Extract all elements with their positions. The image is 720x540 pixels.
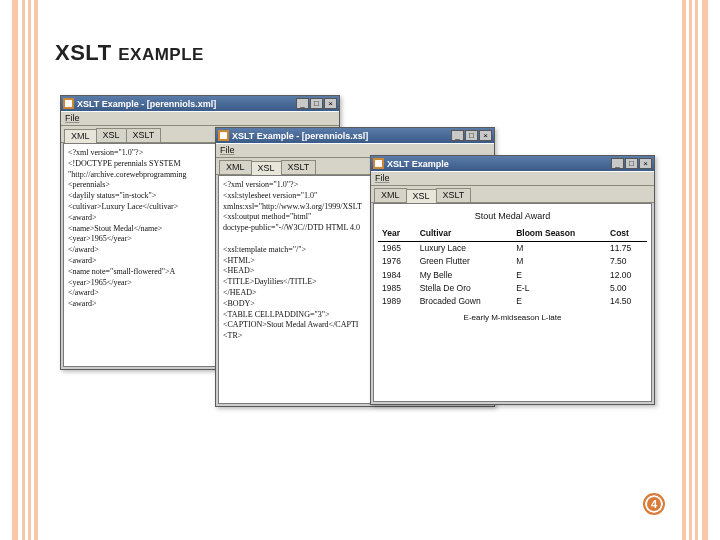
minimize-button[interactable]: _ xyxy=(611,158,624,169)
menu-file[interactable]: File xyxy=(220,145,235,155)
svg-rect-5 xyxy=(375,160,382,167)
maximize-button[interactable]: □ xyxy=(625,158,638,169)
tab-xsl[interactable]: XSL xyxy=(406,189,437,203)
tab-xml[interactable]: XML xyxy=(64,129,97,143)
cell: E xyxy=(512,269,606,282)
svg-rect-1 xyxy=(65,100,72,107)
cell: 7.50 xyxy=(606,255,647,268)
decor-stripe xyxy=(702,0,708,540)
close-button[interactable]: × xyxy=(639,158,652,169)
app-icon xyxy=(373,158,384,169)
titlebar[interactable]: XSLT Example - [perenniols.xsl] _ □ × xyxy=(216,128,494,143)
tab-xml[interactable]: XML xyxy=(374,188,407,202)
window-title: XSLT Example - [perenniols.xml] xyxy=(77,99,296,109)
output-panel: Stout Medal Award YearCultivarBloom Seas… xyxy=(373,203,652,402)
cell: My Belle xyxy=(416,269,513,282)
window-title: XSLT Example - [perenniols.xsl] xyxy=(232,131,451,141)
maximize-button[interactable]: □ xyxy=(310,98,323,109)
tab-xml[interactable]: XML xyxy=(219,160,252,174)
cell: 14.50 xyxy=(606,295,647,308)
decor-stripe xyxy=(689,0,692,540)
stage: XSLT Example - [perenniols.xml] _ □ × Fi… xyxy=(60,95,660,480)
title-main: XSLT xyxy=(55,40,112,65)
decor-stripe xyxy=(682,0,686,540)
tab-xslt[interactable]: XSLT xyxy=(281,160,317,174)
cell: Luxury Lace xyxy=(416,241,513,255)
menu-file[interactable]: File xyxy=(375,173,390,183)
table-header-row: YearCultivarBloom SeasonCost xyxy=(378,227,647,241)
title-sub: EXAMPLE xyxy=(118,45,204,64)
minimize-button[interactable]: _ xyxy=(296,98,309,109)
col-bloom-season: Bloom Season xyxy=(512,227,606,241)
table-row: 1976Green FlutterM7.50 xyxy=(378,255,647,268)
svg-rect-3 xyxy=(220,132,227,139)
window-controls: _ □ × xyxy=(611,158,652,169)
cell: Brocaded Gown xyxy=(416,295,513,308)
close-button[interactable]: × xyxy=(324,98,337,109)
table-row: 1989Brocaded GownE14.50 xyxy=(378,295,647,308)
maximize-button[interactable]: □ xyxy=(465,130,478,141)
decor-stripe xyxy=(28,0,31,540)
cell: 1965 xyxy=(378,241,416,255)
titlebar[interactable]: XSLT Example - [perenniols.xml] _ □ × xyxy=(61,96,339,111)
col-cost: Cost xyxy=(606,227,647,241)
cell: 11.75 xyxy=(606,241,647,255)
decor-stripe xyxy=(34,0,38,540)
cell: 12.00 xyxy=(606,269,647,282)
window-controls: _ □ × xyxy=(296,98,337,109)
window-title: XSLT Example xyxy=(387,159,611,169)
decor-stripe xyxy=(22,0,25,540)
table-row: 1965Luxury LaceM11.75 xyxy=(378,241,647,255)
tab-xslt[interactable]: XSLT xyxy=(126,128,162,142)
cell: 1976 xyxy=(378,255,416,268)
table-caption: Stout Medal Award xyxy=(378,208,647,224)
titlebar[interactable]: XSLT Example _ □ × xyxy=(371,156,654,171)
tabstrip: XMLXSLXSLT xyxy=(371,186,654,203)
slide-number: 4 xyxy=(643,493,665,515)
slide-title: XSLT EXAMPLE xyxy=(55,40,204,66)
menu-file[interactable]: File xyxy=(65,113,80,123)
cell: Green Flutter xyxy=(416,255,513,268)
cell: E-L xyxy=(512,282,606,295)
col-cultivar: Cultivar xyxy=(416,227,513,241)
window-controls: _ □ × xyxy=(451,130,492,141)
close-button[interactable]: × xyxy=(479,130,492,141)
tab-xsl[interactable]: XSL xyxy=(96,128,127,142)
tab-xslt[interactable]: XSLT xyxy=(436,188,472,202)
decor-stripe xyxy=(695,0,698,540)
app-icon xyxy=(63,98,74,109)
table-body: 1965Luxury LaceM11.751976Green FlutterM7… xyxy=(378,241,647,309)
col-year: Year xyxy=(378,227,416,241)
menubar[interactable]: File xyxy=(371,171,654,186)
minimize-button[interactable]: _ xyxy=(451,130,464,141)
cell: 1984 xyxy=(378,269,416,282)
cell: 1989 xyxy=(378,295,416,308)
table-row: 1984My BelleE12.00 xyxy=(378,269,647,282)
table-footer: E-early M-midseason L-late xyxy=(378,309,647,324)
decor-stripe xyxy=(12,0,18,540)
cell: E xyxy=(512,295,606,308)
cell: 1985 xyxy=(378,282,416,295)
cell: M xyxy=(512,241,606,255)
table-row: 1985Stella De OroE-L5.00 xyxy=(378,282,647,295)
app-icon xyxy=(218,130,229,141)
cell: Stella De Oro xyxy=(416,282,513,295)
cell: 5.00 xyxy=(606,282,647,295)
window-output[interactable]: XSLT Example _ □ × File XMLXSLXSLT Stout… xyxy=(370,155,655,405)
tab-xsl[interactable]: XSL xyxy=(251,161,282,175)
cell: M xyxy=(512,255,606,268)
result-table: YearCultivarBloom SeasonCost 1965Luxury … xyxy=(378,227,647,309)
menubar[interactable]: File xyxy=(61,111,339,126)
